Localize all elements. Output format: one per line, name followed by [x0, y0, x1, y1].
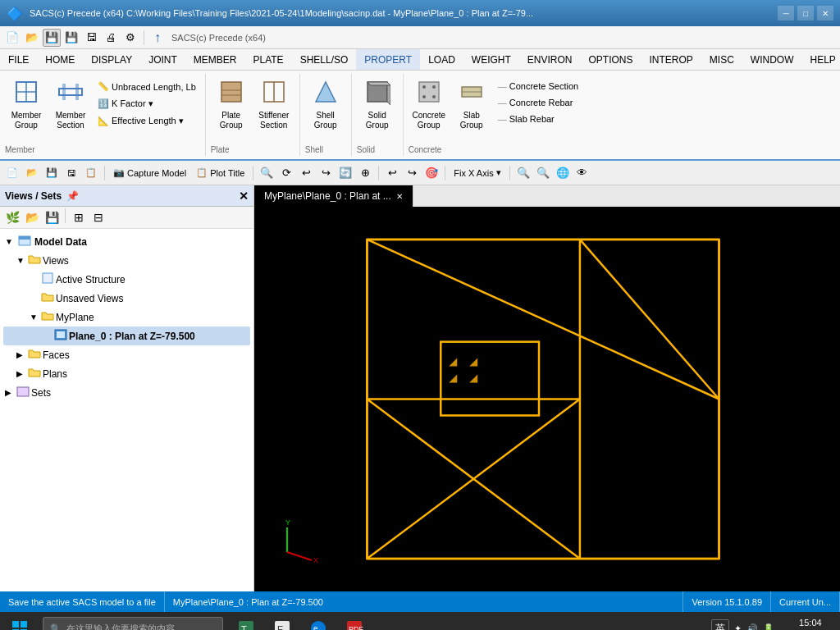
tb-t7[interactable]: ↩	[383, 164, 401, 182]
taskbar-app-4[interactable]: PDF	[338, 614, 371, 630]
lang-icon[interactable]: 英	[711, 619, 729, 631]
views-tb-open[interactable]: 📂	[23, 208, 41, 226]
tb-t2[interactable]: ⟳	[277, 164, 295, 182]
menu-display[interactable]: DISPLAY	[83, 49, 140, 70]
tb-s3[interactable]: 📋	[82, 164, 100, 182]
tree-item-myplane[interactable]: ▼ MyPlane	[3, 308, 250, 326]
menu-member[interactable]: MEMBER	[185, 49, 245, 70]
tree-item-views[interactable]: ▼ Views	[3, 251, 250, 270]
tb-zoom[interactable]: 🔍	[514, 164, 532, 182]
effective-length-button[interactable]: 📐 Effective Length ▾	[94, 113, 200, 129]
concrete-rebar-button[interactable]: — Concrete Rebar	[494, 95, 582, 110]
open-icon[interactable]: 📂	[23, 29, 41, 47]
expand-plans[interactable]: ▶	[16, 369, 26, 378]
capture-model-button[interactable]: 📷 Capture Model	[109, 165, 190, 180]
slab-group-button[interactable]: SlabGroup	[451, 75, 492, 134]
tb-t6[interactable]: ⊕	[356, 164, 374, 182]
taskbar-app-1[interactable]: T	[230, 614, 262, 630]
tree-item-active-structure[interactable]: Active Structure	[3, 270, 250, 289]
taskbar-app-3[interactable]: e	[302, 614, 335, 630]
save3-icon[interactable]: 🖫	[82, 29, 100, 47]
fix-x-axis-button[interactable]: Fix X Axis ▾	[450, 165, 504, 180]
volume-icon[interactable]: 🔊	[746, 623, 758, 631]
viewport-tab-close[interactable]: ✕	[396, 192, 403, 201]
tb-open[interactable]: 📂	[23, 164, 41, 182]
k-factor-button[interactable]: 🔢 K Factor ▾	[94, 96, 200, 112]
tb-t9[interactable]: 🎯	[422, 164, 441, 182]
tree-item-faces[interactable]: ▶ Faces	[3, 345, 250, 364]
views-tb-new[interactable]: 🌿	[3, 208, 21, 226]
tree-item-plane0[interactable]: Plane_0 : Plan at Z=-79.500	[3, 326, 250, 345]
tb-save[interactable]: 💾	[43, 164, 61, 182]
tb-t8[interactable]: ↪	[403, 164, 421, 182]
tb-new[interactable]: 📄	[3, 164, 21, 182]
menu-interop[interactable]: INTEROP	[641, 49, 701, 70]
new-icon[interactable]: 📄	[3, 29, 21, 47]
taskbar-app-2[interactable]: E	[266, 614, 299, 630]
minimize-button[interactable]: ─	[778, 6, 794, 21]
tree-item-model-data[interactable]: ▼ Model Data	[3, 232, 250, 251]
menu-bar: FILE HOME DISPLAY JOINT MEMBER PLATE SHE…	[0, 49, 840, 71]
tree-item-unsaved-views[interactable]: Unsaved Views	[3, 289, 250, 308]
tb-t1[interactable]: 🔍	[258, 164, 276, 182]
menu-weight[interactable]: WEIGHT	[463, 49, 519, 70]
battery-icon[interactable]: 🔋	[763, 623, 774, 631]
menu-environ[interactable]: ENVIRON	[519, 49, 581, 70]
menu-window[interactable]: WINDOW	[742, 49, 802, 70]
menu-misc[interactable]: MISC	[701, 49, 742, 70]
tb-t3[interactable]: ↩	[297, 164, 315, 182]
menu-options[interactable]: OPTIONS	[581, 49, 641, 70]
settings-icon[interactable]: ⚙	[121, 29, 139, 47]
menu-shell[interactable]: SHELL/SO	[292, 49, 357, 70]
views-tb-grid2[interactable]: ⊟	[89, 208, 107, 226]
unbraced-length-button[interactable]: 📏 Unbraced Length, Lb	[94, 79, 200, 94]
taskbar-search[interactable]: 🔍 在这里输入你要搜索的内容	[43, 617, 223, 630]
notify-icon[interactable]: ✦	[734, 623, 742, 631]
slab-rebar-button[interactable]: — Slab Rebar	[494, 112, 582, 126]
views-tb-save[interactable]: 💾	[43, 208, 61, 226]
concrete-group-button[interactable]: ConcreteGroup	[409, 75, 450, 134]
tb-eye[interactable]: 👁	[573, 164, 591, 182]
tree-item-plans[interactable]: ▶ Plans	[3, 364, 250, 383]
tb-t4[interactable]: ↪	[317, 164, 335, 182]
member-section-button[interactable]: MemberSection	[49, 75, 92, 134]
print-icon[interactable]: 🖨	[102, 29, 120, 47]
solid-group-button[interactable]: SolidGroup	[357, 75, 398, 134]
viewport-tab-active[interactable]: MyPlane\Plane_0 : Plan at ... ✕	[254, 185, 413, 207]
plot-title-button[interactable]: 📋 Plot Title	[192, 165, 249, 180]
menu-help[interactable]: HELP	[802, 49, 840, 70]
concrete-section-button[interactable]: — Concrete Section	[494, 79, 582, 94]
menu-plate[interactable]: PLATE	[245, 49, 292, 70]
stiffener-section-button[interactable]: StiffenerSection	[253, 75, 294, 134]
views-tb-grid[interactable]: ⊞	[70, 208, 88, 226]
shell-group-button[interactable]: ShellGroup	[305, 75, 346, 134]
expand-faces[interactable]: ▶	[16, 350, 26, 359]
tree-item-sets[interactable]: ▶ Sets	[3, 383, 250, 402]
close-button[interactable]: ✕	[817, 6, 833, 21]
start-button[interactable]	[0, 612, 39, 630]
expand-sets[interactable]: ▶	[5, 388, 15, 397]
taskbar-clock[interactable]: 15:04 2021-05-24	[781, 617, 840, 630]
menu-file[interactable]: FILE	[0, 49, 37, 70]
expand-myplane[interactable]: ▼	[30, 313, 39, 322]
menu-home[interactable]: HOME	[37, 49, 83, 70]
tb-zout[interactable]: 🔍	[534, 164, 552, 182]
menu-propert[interactable]: PROPERT	[356, 49, 420, 70]
tb-3d[interactable]: 🌐	[554, 164, 572, 182]
tb-s2[interactable]: 🖫	[62, 164, 80, 182]
menu-joint[interactable]: JOINT	[140, 49, 185, 70]
sep4	[445, 166, 445, 180]
maximize-button[interactable]: □	[797, 6, 814, 21]
save2-icon[interactable]: 💾	[62, 29, 80, 47]
canvas-area[interactable]: Y X	[254, 207, 840, 591]
cursor-icon[interactable]: ↑	[148, 29, 167, 47]
menu-load[interactable]: LOAD	[420, 49, 463, 70]
expand-views[interactable]: ▼	[16, 256, 26, 265]
panel-close-button[interactable]: ✕	[239, 189, 249, 203]
save-icon[interactable]: 💾	[43, 29, 61, 47]
plate-group-button[interactable]: PlateGroup	[211, 75, 252, 134]
panel-pin-button[interactable]: 📌	[66, 190, 79, 202]
tb-t5[interactable]: 🔄	[336, 164, 354, 182]
expand-model-data[interactable]: ▼	[5, 237, 15, 246]
member-group-button[interactable]: MemberGroup	[5, 75, 48, 134]
